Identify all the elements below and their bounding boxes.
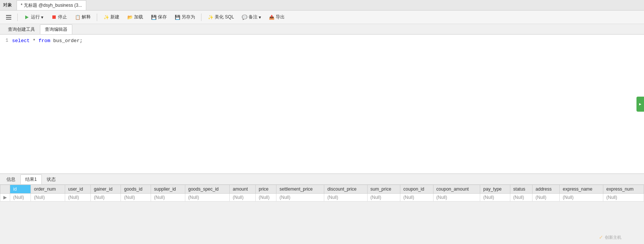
separator-2 — [97, 14, 97, 21]
col-header-id: id — [10, 185, 31, 194]
beautify-icon: ✨ — [208, 14, 214, 20]
watermark: ✓ 创新主机 — [599, 234, 621, 240]
cell-goods-id: (Null) — [121, 194, 151, 202]
col-header-settlement-price: settlement_price — [276, 185, 324, 194]
keyword-select: select — [12, 38, 30, 44]
hamburger-icon — [5, 14, 12, 20]
run-dropdown-icon: ▾ — [41, 15, 43, 20]
col-header-express-name: express_name — [560, 185, 603, 194]
bottom-panel: 信息 结果1 状态 id order_num user_id gainer_id… — [0, 174, 644, 202]
watermark-icon: ✓ — [599, 234, 603, 240]
query-tab-bar: 查询创建工具 查询编辑器 — [0, 24, 644, 35]
run-button[interactable]: 运行 ▾ — [21, 13, 46, 21]
export-icon: 📤 — [269, 14, 275, 20]
cell-sum-price: (Null) — [367, 194, 400, 202]
play-icon — [24, 14, 30, 20]
col-header-supplier-id: supplier_id — [151, 185, 185, 194]
explain-button[interactable]: 📋 解释 — [72, 13, 94, 21]
space: * — [33, 38, 39, 44]
comment-button[interactable]: 💬 备注 ▾ — [238, 13, 264, 21]
stop-button[interactable]: 停止 — [48, 13, 70, 21]
sql-editor[interactable]: 1 select * from bus_order; ▶ — [0, 35, 644, 174]
cell-express-num: (Null) — [603, 194, 644, 202]
tab-status[interactable]: 状态 — [42, 174, 61, 184]
separator-3 — [201, 14, 201, 21]
table-header-row: id order_num user_id gainer_id goods_id … — [0, 185, 644, 194]
cell-id: (Null) — [10, 194, 31, 202]
col-header-coupon-amount: coupon_amount — [433, 185, 480, 194]
cell-supplier-id: (Null) — [151, 194, 185, 202]
row-indicator: ▶ — [0, 194, 10, 202]
save-button[interactable]: 💾 保存 — [148, 13, 170, 21]
col-header-goods-id: goods_id — [121, 185, 151, 194]
keyword-from: from — [38, 38, 50, 44]
cell-address: (Null) — [533, 194, 560, 202]
results-table: id order_num user_id gainer_id goods_id … — [0, 185, 644, 202]
comment-dropdown-icon: ▾ — [259, 15, 261, 20]
load-icon: 📂 — [127, 14, 133, 20]
tab-result1[interactable]: 结果1 — [20, 174, 42, 184]
col-header-express-num: express_num — [603, 185, 644, 194]
col-header-pay-type: pay_type — [480, 185, 510, 194]
title-left-label: 对象 — [3, 2, 12, 8]
comment-icon: 💬 — [241, 14, 247, 20]
new-icon: ✨ — [103, 14, 109, 20]
col-header-amount: amount — [230, 185, 256, 194]
col-header-price: price — [255, 185, 276, 194]
cell-amount: (Null) — [230, 194, 256, 202]
cell-settlement-price: (Null) — [276, 194, 324, 202]
cell-pay-type: (Null) — [480, 194, 510, 202]
col-header-user-id: user_id — [65, 185, 91, 194]
space2: bus_order; — [53, 38, 82, 44]
saveas-icon: 💾 — [174, 14, 180, 20]
col-header-address: address — [533, 185, 560, 194]
title-bar: 对象 * 无标题 @dsyh_business (3... — [0, 0, 644, 11]
cell-status: (Null) — [510, 194, 532, 202]
line-content-1: select * from bus_order; — [12, 38, 82, 44]
beautify-button[interactable]: ✨ 美化 SQL — [204, 13, 237, 21]
title-tab[interactable]: * 无标题 @dsyh_business (3... — [17, 0, 86, 10]
col-header-status: status — [510, 185, 532, 194]
load-button[interactable]: 📂 加载 — [124, 13, 146, 21]
table-row: ▶ (Null) (Null) (Null) (Null) (Null) (Nu… — [0, 194, 644, 202]
results-table-wrapper: id order_num user_id gainer_id goods_id … — [0, 185, 644, 202]
cell-user-id: (Null) — [65, 194, 91, 202]
col-header-discount-price: discount_price — [324, 185, 367, 194]
cell-coupon-amount: (Null) — [433, 194, 480, 202]
cell-order-num: (Null) — [31, 194, 65, 202]
watermark-text: 创新主机 — [605, 235, 621, 240]
side-expand-icon: ▶ — [639, 102, 641, 106]
cell-gainer-id: (Null) — [91, 194, 121, 202]
saveas-button[interactable]: 💾 另存为 — [171, 13, 198, 21]
bottom-tab-bar: 信息 结果1 状态 — [0, 174, 644, 185]
cell-goods-spec-id: (Null) — [185, 194, 229, 202]
editor-line-1: 1 select * from bus_order; — [0, 38, 644, 44]
cell-coupon-id: (Null) — [400, 194, 433, 202]
toolbar: 运行 ▾ 停止 📋 解释 ✨ 新建 📂 加载 💾 保存 💾 另存为 ✨ 美化 S… — [0, 11, 644, 24]
tab-query-editor[interactable]: 查询编辑器 — [40, 24, 72, 34]
separator-1 — [17, 14, 18, 21]
col-header-goods-spec-id: goods_spec_id — [185, 185, 229, 194]
line-number-1: 1 — [0, 38, 12, 43]
col-header-coupon-id: coupon_id — [400, 185, 433, 194]
explain-icon: 📋 — [75, 14, 81, 20]
tab-info[interactable]: 信息 — [2, 174, 20, 184]
row-indicator-header — [0, 185, 10, 194]
export-button[interactable]: 📤 导出 — [266, 13, 288, 21]
col-header-gainer-id: gainer_id — [91, 185, 121, 194]
cell-discount-price: (Null) — [324, 194, 367, 202]
col-header-order-num: order_num — [31, 185, 65, 194]
save-icon: 💾 — [151, 14, 157, 20]
tab-query-builder[interactable]: 查询创建工具 — [3, 24, 40, 34]
hamburger-menu-button[interactable] — [3, 13, 14, 21]
new-button[interactable]: ✨ 新建 — [100, 13, 122, 21]
cell-price: (Null) — [255, 194, 276, 202]
col-header-sum-price: sum_price — [367, 185, 400, 194]
cell-express-name: (Null) — [560, 194, 603, 202]
side-expand-button[interactable]: ▶ — [636, 97, 644, 112]
stop-icon — [51, 14, 57, 20]
